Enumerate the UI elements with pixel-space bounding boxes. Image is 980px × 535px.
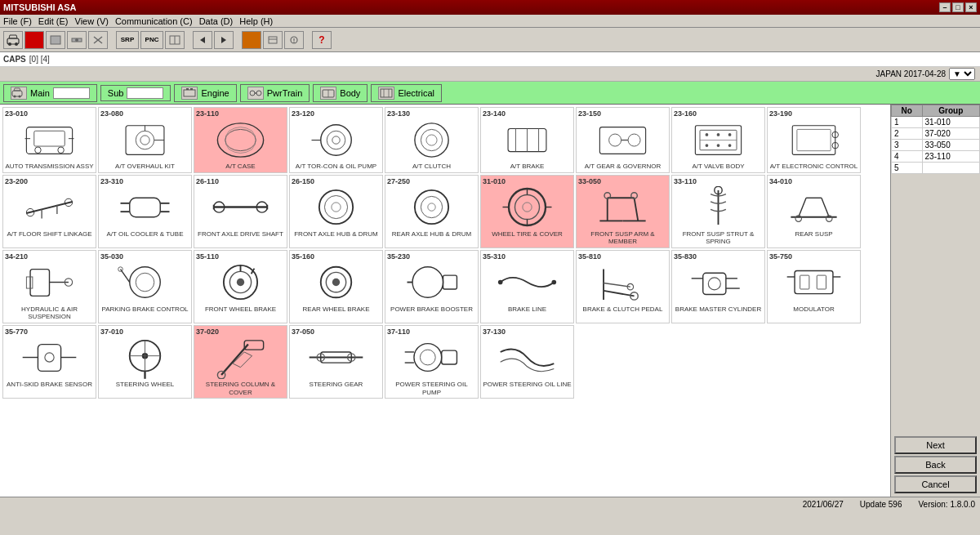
part-35-110[interactable]: 35-110 FRONT WHEEL BRAKE	[194, 250, 287, 323]
toolbar-pnc-button[interactable]: PNC	[140, 31, 163, 49]
tab-main[interactable]: Main	[3, 84, 97, 102]
part-34-010[interactable]: 34-010 REAR SUSP	[767, 175, 861, 248]
part-37-010[interactable]: 37-010 STEERING WHEEL	[98, 325, 192, 399]
menu-help[interactable]: Help (H)	[239, 16, 273, 26]
part-35-310[interactable]: 35-310 BRAKE LINE	[480, 250, 574, 323]
group-table-row[interactable]: 5	[892, 163, 980, 174]
part-23-200[interactable]: 23-200 A/T FLOOR SHIFT LINKAGE	[2, 175, 96, 248]
window-controls[interactable]: – □ ×	[939, 2, 977, 12]
svg-point-99	[523, 203, 532, 212]
menu-view[interactable]: View (V)	[75, 16, 109, 26]
part-23-140[interactable]: 23-140 A/T BRAKE	[480, 107, 574, 173]
menu-edit[interactable]: Edit (E)	[38, 16, 69, 26]
toolbar-btn-gray3[interactable]	[88, 31, 108, 49]
svg-point-3	[15, 42, 18, 46]
part-35-230[interactable]: 35-230 POWER BRAKE BOOSTER	[385, 250, 479, 323]
group-table-row[interactable]: 333-050	[892, 140, 980, 151]
svg-point-38	[58, 146, 65, 153]
part-icon-37-130	[495, 336, 560, 381]
tab-pwrtrain[interactable]: PwrTrain	[240, 84, 310, 102]
svg-point-54	[426, 134, 437, 145]
caps-ref: [0] [4]	[29, 55, 50, 64]
toolbar-srp-button[interactable]: SRP	[116, 31, 139, 49]
group-table-no-cell: 3	[892, 140, 923, 151]
tab-electrical[interactable]: Electrical	[371, 84, 442, 102]
close-button[interactable]: ×	[965, 2, 977, 12]
part-35-830[interactable]: 35-830 BRAKE MASTER CYLINDER	[671, 250, 765, 323]
part-37-130[interactable]: 37-130 POWER STEERING OIL LINE	[480, 325, 574, 399]
group-table-row[interactable]: 423-110	[892, 151, 980, 163]
toolbar-car-button[interactable]	[3, 31, 23, 49]
toolbar-btn-gray5[interactable]	[263, 31, 283, 49]
group-table-row[interactable]: 237-020	[892, 128, 980, 140]
part-23-110[interactable]: 23-110 A/T CASE	[194, 107, 287, 173]
group-table-group-cell: 33-050	[922, 140, 979, 151]
part-23-190[interactable]: 23-190 A/T ELECTRONIC CONTROL	[767, 107, 861, 173]
svg-rect-153	[817, 275, 826, 289]
svg-rect-25	[186, 88, 189, 90]
group-table-row[interactable]: 131-010	[892, 117, 980, 128]
part-26-110[interactable]: 26-110 FRONT AXLE DRIVE SHAFT	[194, 175, 287, 248]
info-dropdown[interactable]: ▼	[949, 68, 975, 80]
svg-point-140	[552, 280, 557, 285]
part-37-110[interactable]: 37-110 POWER STEERING OIL PUMP	[385, 325, 479, 399]
svg-marker-13	[221, 37, 226, 43]
tab-engine-label: Engine	[201, 88, 229, 98]
toolbar-btn-gray4[interactable]	[165, 31, 185, 49]
part-26-150[interactable]: 26-150 FRONT AXLE HUB & DRUM	[289, 175, 383, 248]
tab-sub[interactable]: Sub	[100, 85, 172, 101]
tab-body[interactable]: Body	[313, 84, 368, 102]
toolbar-orange-button[interactable]	[242, 31, 261, 49]
part-37-020[interactable]: 37-020 STEERING COLUMN & COVER	[194, 325, 287, 399]
tab-engine[interactable]: Engine	[174, 84, 236, 102]
svg-rect-81	[130, 198, 161, 216]
menu-communication[interactable]: Communication (C)	[115, 16, 193, 26]
electrical-tab-icon	[378, 87, 394, 100]
main-tab-input[interactable]	[53, 87, 90, 99]
toolbar-btn-gray6[interactable]	[284, 31, 304, 49]
parts-grid[interactable]: 23-010 AUTO TRANSMISSION ASSY 23-080 A/T…	[0, 105, 890, 497]
minimize-button[interactable]: –	[939, 2, 951, 12]
menu-data[interactable]: Data (D)	[199, 16, 234, 26]
back-button[interactable]: Back	[894, 456, 977, 474]
toolbar-btn-gray1[interactable]	[46, 31, 65, 49]
part-35-770[interactable]: 35-770 ANTI-SKID BRAKE SENSOR	[2, 325, 96, 399]
part-23-160[interactable]: 23-160 A/T VALVE BODY	[671, 107, 765, 173]
part-37-050[interactable]: 37-050 STEERING GEAR	[289, 325, 383, 399]
part-23-120[interactable]: 23-120 A/T TOR-CON & OIL PUMP	[289, 107, 383, 173]
svg-point-49	[327, 131, 345, 149]
part-23-130[interactable]: 23-130 A/T CLUTCH	[385, 107, 479, 173]
group-table: No Group 131-010237-020333-050423-1105	[891, 105, 980, 174]
toolbar-btn-gray2[interactable]	[67, 31, 87, 49]
part-23-080[interactable]: 23-080 A/T OVERHAUL KIT	[98, 107, 192, 173]
menu-file[interactable]: File (F)	[3, 16, 32, 26]
part-icon-33-110	[686, 185, 751, 230]
svg-point-27	[250, 91, 255, 96]
sub-tab-input[interactable]	[127, 87, 163, 99]
part-35-750[interactable]: 35-750 MODULATOR	[767, 250, 861, 323]
statusbar: 2021/06/27 Update 596 Version: 1.8.0.0	[0, 497, 980, 511]
toolbar-help-button[interactable]: ?	[312, 31, 332, 49]
toolbar-red-button[interactable]	[24, 31, 44, 49]
part-34-210[interactable]: 34-210 HYDRAULIC & AIR SUSPENSION	[2, 250, 96, 323]
maximize-button[interactable]: □	[952, 2, 964, 12]
toolbar-next-button[interactable]	[214, 31, 234, 49]
part-23-150[interactable]: 23-150 A/T GEAR & GOVERNOR	[576, 107, 670, 173]
part-33-110[interactable]: 33-110 FRONT SUSP STRUT & SPRING	[671, 175, 765, 248]
svg-point-66	[706, 133, 709, 136]
part-27-250[interactable]: 27-250 REAR AXLE HUB & DRUM	[385, 175, 479, 248]
part-31-010[interactable]: 31-010 WHEEL TIRE & COVER	[480, 175, 574, 248]
toolbar-prev-button[interactable]	[193, 31, 212, 49]
svg-rect-146	[703, 274, 726, 295]
parts-row-4: 35-770 ANTI-SKID BRAKE SENSOR 37-010 STE…	[2, 324, 889, 399]
part-23-010[interactable]: 23-010 AUTO TRANSMISSION ASSY	[2, 107, 96, 173]
part-35-030[interactable]: 35-030 PARKING BRAKE CONTROL	[98, 250, 192, 323]
part-icon-23-110	[208, 118, 274, 163]
next-button[interactable]: Next	[894, 436, 977, 454]
part-33-050[interactable]: 33-050 FRONT SUSP ARM & MEMBER	[576, 175, 670, 248]
part-35-810[interactable]: 35-810 BRAKE & CLUTCH PEDAL	[576, 250, 670, 323]
part-23-310[interactable]: 23-310 A/T OIL COOLER & TUBE	[98, 175, 192, 248]
cancel-button[interactable]: Cancel	[894, 475, 977, 493]
svg-point-22	[14, 95, 16, 97]
part-35-160[interactable]: 35-160 REAR WHEEL BRAKE	[289, 250, 383, 323]
